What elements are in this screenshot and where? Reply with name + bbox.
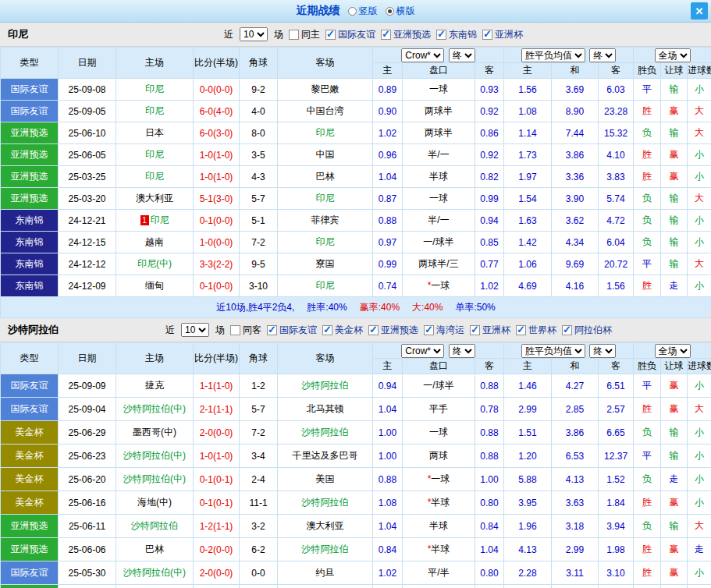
- away-team-cell: 巴林: [278, 166, 373, 188]
- handicap-result-cell: 赢: [661, 101, 688, 122]
- mean-home-cell: 1.45: [504, 585, 552, 588]
- radio-vertical-option[interactable]: 竖版: [348, 5, 378, 18]
- filter-league[interactable]: 海湾运: [424, 324, 464, 337]
- filter-bar: 近10场同客国际友谊美金杯亚洲预选海湾运亚洲杯世界杯阿拉伯杯: [66, 323, 711, 337]
- date-cell: 25-03-25: [59, 585, 116, 588]
- handicap-cell: 半/一: [403, 210, 475, 232]
- odds-source-select[interactable]: Crow*: [401, 344, 444, 358]
- mean-home-cell: 4.13: [504, 538, 552, 561]
- mean-away-cell: 6.65: [599, 421, 634, 445]
- checkbox-icon[interactable]: [267, 325, 277, 335]
- goals-cell: 小: [688, 468, 711, 491]
- col-header-result: 胜负: [634, 63, 661, 79]
- home-team-name: 沙特阿拉伯: [131, 520, 178, 531]
- away-team-name: 印尼: [316, 127, 335, 138]
- mean-home-cell: 5.88: [504, 468, 552, 491]
- odds-source-select[interactable]: Crow*: [401, 48, 444, 62]
- league-cell: 国际友谊: [1, 374, 59, 398]
- home-team-name: 越南: [145, 236, 164, 247]
- summary-row: 近10场,胜4平2负4,胜率:40%赢率:40%大:40%单率:50%: [1, 297, 711, 318]
- handicap-result-cell: 赢: [661, 166, 688, 188]
- filter-league[interactable]: 世界杯: [516, 324, 556, 337]
- score-cell: 1-1(1-0): [194, 374, 240, 398]
- mean-away-cell: 6.03: [599, 79, 634, 101]
- odds-final-select[interactable]: 终: [449, 344, 475, 358]
- filter-league[interactable]: 亚洲杯: [482, 28, 523, 41]
- checkbox-icon[interactable]: [482, 30, 492, 40]
- mean-final-select[interactable]: 终: [589, 344, 616, 358]
- home-team-name: 捷克: [145, 380, 164, 391]
- league-cell: 亚洲预选: [1, 515, 59, 538]
- match-row: 亚洲预选25-03-25印尼1-0(1-0)4-3巴林1.04半球0.821.9…: [1, 166, 711, 188]
- match-row: 美金杯25-06-29墨西哥(中)2-0(0-0)7-2沙特阿拉伯1.00一球0…: [1, 421, 711, 445]
- mean-draw-cell: 3.63: [552, 491, 599, 515]
- match-count-select[interactable]: 10: [240, 27, 268, 41]
- result-cell: 胜: [634, 101, 661, 122]
- checkbox-icon[interactable]: [424, 325, 434, 335]
- handicap-result-cell: 走: [661, 275, 688, 297]
- home-team-cell: 海地(中): [116, 491, 194, 515]
- goals-cell: 小: [688, 79, 711, 101]
- checkbox-icon[interactable]: [322, 325, 332, 335]
- filter-league[interactable]: 阿拉伯杯: [562, 324, 612, 337]
- checkbox-icon[interactable]: [325, 30, 336, 40]
- mean-select[interactable]: 胜平负均值: [521, 344, 585, 358]
- filter-league[interactable]: 国际友谊: [325, 28, 375, 41]
- fullmatch-select[interactable]: 全场: [655, 48, 691, 62]
- filter-same-venue[interactable]: 同主: [289, 28, 320, 41]
- away-team-name: 印尼: [316, 193, 335, 204]
- match-row: 美金杯25-06-20沙特阿拉伯(中)0-1(0-1)2-4美国0.88*一球1…: [1, 468, 711, 491]
- filter-league[interactable]: 美金杯: [322, 324, 363, 337]
- checkbox-icon[interactable]: [230, 325, 240, 335]
- filter-label: 美金杯: [335, 324, 363, 337]
- filter-league[interactable]: 亚洲预选: [368, 324, 418, 337]
- mean-select[interactable]: 胜平负均值: [521, 48, 585, 62]
- radio-horizontal-option[interactable]: 横版: [386, 5, 415, 18]
- corner-cell: 9-2: [240, 79, 278, 101]
- away-team-name: 中国台湾: [307, 105, 344, 116]
- checkbox-icon[interactable]: [436, 30, 446, 40]
- star-marker: *: [428, 473, 432, 484]
- score-cell: 0-1(0-0): [194, 210, 240, 232]
- goals-cell: 小: [688, 275, 711, 297]
- filter-league[interactable]: 亚洲预选: [381, 28, 431, 41]
- close-button[interactable]: ✕: [691, 2, 708, 19]
- checkbox-icon[interactable]: [368, 325, 379, 335]
- score-cell: 0-0(0-0): [194, 585, 240, 588]
- match-count-select[interactable]: 10: [181, 323, 209, 337]
- filter-league[interactable]: 国际友谊: [267, 324, 317, 337]
- checkbox-icon[interactable]: [381, 30, 391, 40]
- handicap-result-cell: 输: [661, 515, 688, 538]
- filter-same-venue[interactable]: 同客: [230, 324, 261, 337]
- score-cell: 0-1(0-0): [194, 275, 240, 297]
- league-cell: 亚洲预选: [1, 144, 59, 166]
- mean-final-select[interactable]: 终: [589, 48, 616, 62]
- away-team-cell: 中国: [278, 144, 373, 166]
- checkbox-icon[interactable]: [289, 30, 299, 40]
- handicap-cell: 一球: [403, 585, 475, 588]
- score-cell: 1-2(1-1): [194, 515, 240, 538]
- section-header-indonesia: 印尼 近10场同主国际友谊亚洲预选东南锦亚洲杯: [0, 23, 711, 47]
- col-header-handicap: 盘口: [403, 359, 475, 374]
- col-header-home: 主场: [116, 343, 194, 374]
- home-team-cell: 澳大利亚: [116, 188, 194, 210]
- home-team-cell: 日本: [116, 122, 194, 144]
- odds-final-select[interactable]: 终: [449, 48, 475, 62]
- away-team-name: 中国: [316, 149, 335, 160]
- checkbox-icon[interactable]: [516, 325, 526, 335]
- checkbox-icon[interactable]: [470, 325, 480, 335]
- fullmatch-select[interactable]: 全场: [655, 344, 691, 358]
- corner-cell: 6-2: [240, 538, 278, 561]
- away-team-cell: 澳大利亚: [278, 515, 373, 538]
- goals-cell: 小: [688, 561, 711, 585]
- odds-away-cell: 0.85: [475, 232, 504, 253]
- handicap-cell: 一/球半: [403, 232, 475, 253]
- checkbox-icon[interactable]: [562, 325, 572, 335]
- league-cell: 东南锦: [1, 253, 59, 275]
- mean-draw-cell: 3.11: [552, 561, 599, 585]
- filter-league[interactable]: 亚洲杯: [470, 324, 510, 337]
- filter-league[interactable]: 东南锦: [436, 28, 477, 41]
- match-row: 东南锦24-12-211印尼0-1(0-0)5-1菲律宾0.88半/一0.941…: [1, 210, 711, 232]
- result-cell: 负: [634, 468, 661, 491]
- mean-home-cell: 1.73: [504, 144, 552, 166]
